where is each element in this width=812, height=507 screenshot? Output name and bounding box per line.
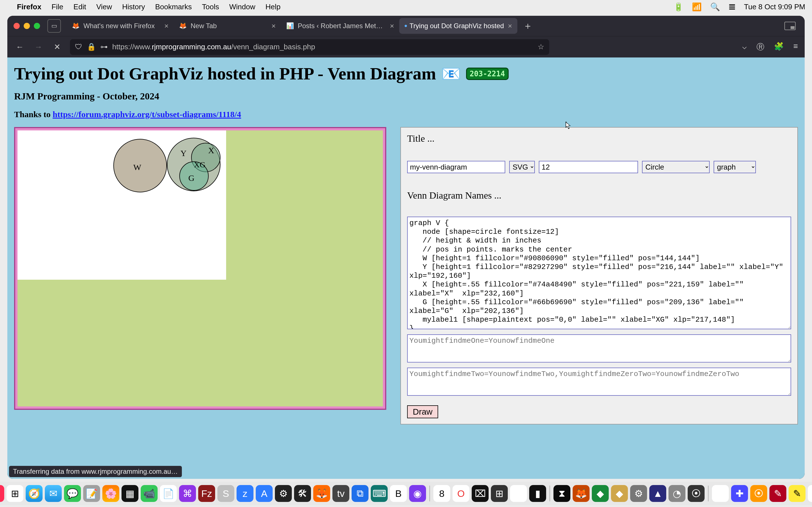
replace-one-textarea[interactable] (407, 334, 791, 362)
tab-new-tab[interactable]: 🦊 New Tab × (174, 18, 281, 34)
dock-app-icon[interactable]: ▦ (121, 485, 139, 502)
dock-app-gold-icon[interactable]: ◆ (611, 485, 628, 502)
tab-whats-new[interactable]: 🦊 What's new with Firefox × (66, 18, 174, 34)
dock-unity-icon[interactable]: ⧗ (553, 485, 570, 502)
menubar-clock[interactable]: Tue 8 Oct 9:09 PM (744, 3, 805, 11)
close-tab-icon[interactable]: × (508, 22, 512, 31)
tab-overview-button[interactable] (47, 19, 61, 33)
dock-brackets-icon[interactable]: B (390, 485, 407, 502)
dock-app-green-icon[interactable]: ◆ (592, 485, 609, 502)
menu-view[interactable]: View (96, 3, 112, 11)
draw-button[interactable]: Draw (407, 405, 438, 418)
dock-app-orange-icon[interactable]: ⦿ (750, 485, 767, 502)
dock-shortcut-icon[interactable]: S (217, 485, 234, 502)
dock-chrome-icon[interactable]: ◉ (510, 485, 527, 502)
stop-button[interactable]: ✕ (51, 42, 63, 52)
shield-icon[interactable]: 🛡 (75, 43, 82, 51)
menu-tools[interactable]: Tools (202, 3, 219, 11)
menu-bookmarks[interactable]: Bookmarks (155, 3, 192, 11)
dock-calendar-icon[interactable]: 8 (434, 485, 450, 502)
tab-posts[interactable]: 📊 Posts ‹ Robert James Metcalfe B × (281, 18, 399, 34)
dock-music-icon[interactable]: ♪ (0, 485, 4, 502)
dock-separator (429, 486, 430, 501)
control-center-icon[interactable]: 𝌆 (728, 2, 735, 11)
menu-help[interactable]: Help (265, 3, 280, 11)
format-select[interactable]: SVG (509, 161, 535, 173)
dock-appstore-icon[interactable]: A (256, 485, 273, 502)
output-panel: W Y X G XG (14, 127, 386, 410)
dock-tools-icon[interactable]: 🛠 (294, 485, 311, 502)
bookmark-star-icon[interactable]: ☆ (538, 43, 544, 51)
dock-opera-icon[interactable]: O (453, 485, 469, 502)
tab-graphviz[interactable]: • Trying out Dot GraphViz hosted × (399, 18, 517, 34)
zoom-window-button[interactable] (34, 23, 40, 29)
dock-app-blue-icon[interactable]: ✚ (731, 485, 748, 502)
dock-app-a-icon[interactable]: ▲ (649, 485, 666, 502)
chip-badge[interactable]: 203-2214 (466, 68, 509, 80)
dock-facetime-icon[interactable]: 📹1 (141, 485, 158, 502)
dock-podcasts-icon[interactable]: ◉ (409, 485, 426, 502)
battery-icon[interactable]: 🔋 (673, 2, 683, 11)
minimize-window-button[interactable] (24, 23, 30, 29)
dock-iterm-icon[interactable]: ▮ (529, 485, 546, 502)
extensions-icon[interactable]: 🧩 (774, 42, 784, 52)
dock-stickies-icon[interactable]: ✎ (789, 485, 806, 502)
dock-appletv-icon[interactable]: tv (333, 485, 349, 502)
wifi-icon[interactable]: 📶 (692, 2, 702, 11)
menu-history[interactable]: History (122, 3, 145, 11)
dock-mail-icon[interactable]: ✉︎ (45, 485, 62, 502)
forward-button[interactable]: → (33, 43, 44, 52)
app-name[interactable]: Firefox (17, 3, 42, 11)
pocket-icon[interactable]: ⌵ (742, 42, 747, 52)
dock-app-dial-icon[interactable]: ◔ (668, 485, 686, 502)
picture-in-picture-icon[interactable] (784, 22, 796, 30)
replace-two-textarea[interactable] (407, 368, 791, 396)
spotlight-icon[interactable]: 🔍 (710, 2, 720, 11)
dock-preview-icon[interactable]: 🖼 (712, 485, 729, 502)
lock-icon[interactable]: 🔒 (87, 43, 96, 51)
dock-filezilla-icon[interactable]: Fz (198, 485, 215, 502)
dock-firefox-icon[interactable]: 🦊 (313, 485, 330, 502)
dock-photos-icon[interactable]: 🌸 (102, 485, 119, 502)
menu-file[interactable]: File (52, 3, 63, 11)
dock-app-red-icon[interactable]: ✎ (769, 485, 786, 502)
dock-zoom-icon[interactable]: z (237, 485, 253, 502)
diagram-name-input[interactable] (407, 161, 505, 173)
menu-window[interactable]: Window (229, 3, 255, 11)
close-tab-icon[interactable]: × (271, 22, 276, 31)
browser-toolbar: ← → ✕ 🛡 🔒 ⊶ https://www.rjmprogramming.c… (7, 36, 805, 57)
new-tab-button[interactable]: ＋ (517, 19, 538, 33)
app-menu-icon[interactable]: ≡ (794, 42, 798, 52)
close-tab-icon[interactable]: × (390, 22, 394, 31)
dock-app-gray-icon[interactable]: ⚙︎ (630, 485, 647, 502)
close-window-button[interactable] (13, 23, 20, 29)
dock-calculator-icon[interactable]: ⊞ (491, 485, 508, 502)
dock-gimp-icon[interactable]: 🦊 (573, 485, 590, 502)
dock-terminal-icon[interactable]: ⌧ (472, 485, 489, 502)
dock-safari-icon[interactable]: 🧭 (26, 485, 43, 502)
page-title-text: Trying out Dot GraphViz hosted in PHP - … (14, 64, 436, 83)
back-button[interactable]: ← (14, 43, 26, 52)
dock-vscode-icon[interactable]: ⧉ (352, 485, 368, 502)
thanks-link[interactable]: https://forum.graphviz.org/t/subset-diag… (53, 110, 241, 119)
dot-code-textarea[interactable]: graph V { node [shape=circle fontsize=12… (407, 217, 791, 329)
mail-emoji-icon[interactable]: 📧 (441, 64, 461, 83)
permissions-icon[interactable]: ⊶ (100, 43, 108, 51)
dock-pages-icon[interactable]: ✉︎ (808, 485, 812, 502)
dock-launchpad-icon[interactable]: ⊞ (6, 485, 23, 502)
dock-terminal2-icon[interactable]: ⌨︎ (371, 485, 388, 502)
menu-edit[interactable]: Edit (73, 3, 86, 11)
fontsize-input[interactable] (539, 161, 638, 173)
graph-type-select[interactable]: graph (714, 161, 756, 173)
dock-podcast-icon[interactable]: ⌘ (179, 485, 196, 502)
url-bar[interactable]: 🛡 🔒 ⊶ https://www.rjmprogramming.com.au/… (70, 39, 549, 55)
dock-textedit-icon[interactable]: 📄 (160, 485, 177, 502)
dock-notes-icon[interactable]: 📝 (83, 485, 100, 502)
shape-select[interactable]: Circle (642, 161, 710, 173)
dock-settings-icon[interactable]: ⚙︎ (275, 485, 292, 502)
close-tab-icon[interactable]: × (164, 22, 168, 31)
dock-app-dark-icon[interactable]: ⦿ (688, 485, 705, 502)
account-icon[interactable]: Ⓡ (756, 42, 764, 52)
dock-messages-icon[interactable]: 💬1 (64, 485, 81, 502)
tab-strip: 🦊 What's new with Firefox × 🦊 New Tab × … (7, 16, 805, 36)
